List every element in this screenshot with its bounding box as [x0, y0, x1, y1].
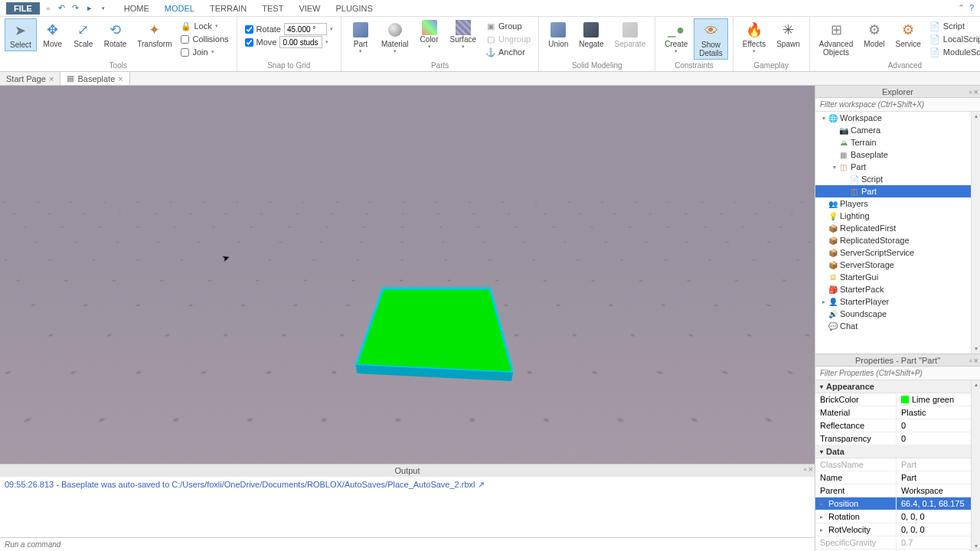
tab-terrain[interactable]: TERRAIN	[202, 2, 254, 15]
tab-model[interactable]: MODEL	[157, 2, 202, 15]
tree-item[interactable]: ▾🌐Workspace	[815, 112, 980, 124]
prop-category-data[interactable]: ▾Data	[815, 445, 980, 458]
union-button[interactable]: Union	[544, 18, 573, 50]
tab-home[interactable]: HOME	[116, 2, 157, 15]
prop-parent[interactable]: ParentWorkspace	[815, 484, 980, 497]
snap-rotate-input[interactable]	[284, 23, 327, 35]
join-toggle[interactable]: Join▾	[181, 46, 228, 58]
rotate-tool[interactable]: ⟲Rotate	[100, 18, 131, 50]
service-button[interactable]: ⚙Service	[891, 18, 926, 50]
command-input[interactable]	[0, 538, 815, 551]
tree-item[interactable]: 📦ReplicatedFirst	[815, 222, 980, 234]
prop-position[interactable]: ▸Position66.4, 0.1, 68.175	[815, 497, 980, 510]
tab-plugins[interactable]: PLUGINS	[328, 2, 381, 15]
lock-toggle[interactable]: 🔒Lock▾	[181, 20, 228, 32]
close-panel-icon[interactable]: ×	[974, 354, 978, 367]
material-button[interactable]: Material▾	[377, 18, 413, 56]
prop-material[interactable]: MaterialPlastic	[815, 406, 980, 419]
select-tool[interactable]: ➤Select	[5, 18, 37, 51]
undock-icon[interactable]: ▫	[804, 465, 807, 474]
expand-icon[interactable]: ▸	[820, 500, 826, 507]
explorer-scrollbar[interactable]: ▴▾	[971, 112, 980, 354]
prop-name[interactable]: NamePart	[815, 471, 980, 484]
viewport-3d[interactable]: ➤	[0, 86, 815, 464]
tree-item[interactable]: ▸👤StarterPlayer	[815, 295, 980, 308]
surface-button[interactable]: Surface▾	[446, 18, 481, 51]
tree-item[interactable]: ▦Baseplate	[815, 148, 980, 161]
properties-scrollbar[interactable]: ▴▾	[971, 380, 980, 551]
anchor-button[interactable]: ⚓Anchor	[485, 46, 531, 58]
snap-move-input[interactable]	[279, 36, 322, 48]
snap-move-row[interactable]: Move▾	[245, 36, 333, 48]
tree-item[interactable]: 📦ServerScriptService	[815, 246, 980, 259]
tree-item[interactable]: 📷Camera	[815, 124, 980, 136]
doctab-baseplate[interactable]: ▦Baseplate×	[60, 72, 129, 85]
undock-icon[interactable]: ▫	[969, 86, 972, 98]
close-panel-icon[interactable]: ×	[974, 86, 978, 98]
close-tab-icon[interactable]: ×	[118, 74, 122, 83]
snap-rotate-row[interactable]: Rotate▾	[245, 23, 333, 35]
close-panel-icon[interactable]: ×	[808, 465, 813, 474]
explorer-filter[interactable]	[815, 98, 980, 111]
prop-category-appearance[interactable]: ▾Appearance	[815, 380, 980, 393]
collisions-toggle[interactable]: Collisions	[181, 33, 228, 45]
tree-item[interactable]: ⛰Terrain	[815, 136, 980, 148]
doctab-startpage[interactable]: Start Page×	[0, 72, 60, 85]
script-button[interactable]: 📄Script	[930, 20, 980, 32]
undock-icon[interactable]: ▫	[969, 354, 972, 367]
prop-reflectance[interactable]: Reflectance0	[815, 419, 980, 432]
effects-button[interactable]: 🔥Effects▾	[738, 18, 770, 56]
tab-test[interactable]: TEST	[254, 2, 291, 15]
color-button[interactable]: Color▾	[415, 18, 444, 51]
collapse-ribbon-icon[interactable]: ⌃	[958, 3, 965, 13]
prop-brickcolor[interactable]: BrickColorLime green	[815, 393, 980, 406]
tree-item[interactable]: 💡Lighting	[815, 210, 980, 222]
prop-rotation[interactable]: ▸Rotation0, 0, 0	[815, 510, 980, 523]
explorer-tree[interactable]: ▾🌐Workspace📷Camera⛰Terrain▦Baseplate▾◫Pa…	[815, 112, 980, 354]
dropdown-icon[interactable]: ▾	[98, 3, 109, 14]
tree-item[interactable]: 👥Players	[815, 197, 980, 210]
file-menu[interactable]: FILE	[6, 2, 40, 15]
spawn-button[interactable]: ✳Spawn	[772, 18, 805, 50]
transform-tool[interactable]: ✦Transform	[132, 18, 176, 50]
advanced-objects-button[interactable]: ⊞Advanced Objects	[815, 18, 858, 58]
tree-arrow-icon[interactable]: ▾	[820, 115, 828, 122]
tab-view[interactable]: VIEW	[291, 2, 328, 15]
tree-arrow-icon[interactable]: ▸	[820, 298, 828, 305]
tree-item[interactable]: ◫Part	[815, 185, 980, 197]
part-button[interactable]: Part▾	[346, 18, 375, 56]
tree-arrow-icon[interactable]: ▾	[831, 164, 838, 171]
expand-icon[interactable]: ▸	[820, 514, 826, 520]
tree-item[interactable]: 📦ServerStorage	[815, 259, 980, 271]
play-icon[interactable]: ▸	[84, 3, 95, 14]
tree-item[interactable]: 💬Chat	[815, 320, 980, 332]
tree-item[interactable]: 🖥StarterGui	[815, 271, 980, 283]
properties-body[interactable]: ▾Appearance BrickColorLime green Materia…	[815, 380, 980, 551]
prop-rotvelocity[interactable]: ▸RotVelocity0, 0, 0	[815, 523, 980, 536]
expand-icon[interactable]: ▸	[820, 527, 826, 533]
modulescript-button[interactable]: 📄ModuleScript	[930, 46, 980, 58]
prop-transparency[interactable]: Transparency0	[815, 432, 980, 445]
tree-item[interactable]: ▾◫Part	[815, 161, 980, 173]
localscript-button[interactable]: 📄LocalScript	[930, 33, 980, 45]
model-button[interactable]: ⚙Model	[859, 18, 889, 50]
ungroup-button[interactable]: ▢Ungroup	[485, 33, 531, 45]
negate-button[interactable]: Negate	[574, 18, 608, 50]
tree-item[interactable]: 🔊Soundscape	[815, 308, 980, 320]
move-tool[interactable]: ✥Move	[38, 18, 67, 50]
selected-part[interactable]	[352, 285, 513, 384]
tree-item[interactable]: 🎒StarterPack	[815, 283, 980, 295]
scale-tool[interactable]: ⤢Scale	[69, 18, 98, 50]
properties-filter[interactable]	[815, 367, 980, 380]
separate-button[interactable]: Separate	[610, 18, 651, 50]
close-tab-icon[interactable]: ×	[49, 74, 54, 83]
new-icon[interactable]: ▫	[43, 3, 54, 14]
tree-item[interactable]: 📄Script	[815, 173, 980, 185]
group-button[interactable]: ▣Group	[485, 20, 531, 32]
help-icon[interactable]: ?	[969, 3, 974, 13]
undo-icon[interactable]: ↶	[57, 3, 67, 14]
redo-icon[interactable]: ↷	[70, 3, 81, 14]
create-constraint-button[interactable]: ⎯●Create▾	[660, 18, 692, 56]
show-details-button[interactable]: 👁Show Details	[694, 18, 728, 60]
tree-item[interactable]: 📦ReplicatedStorage	[815, 234, 980, 246]
